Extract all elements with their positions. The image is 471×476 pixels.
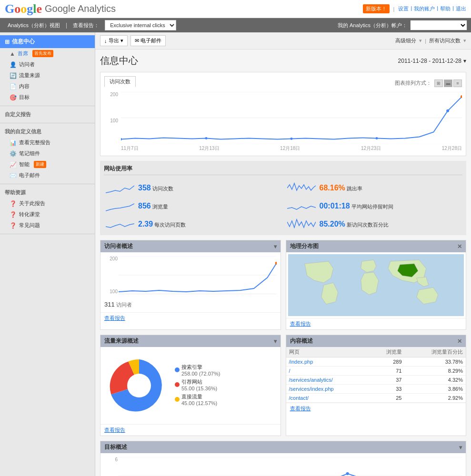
sidebar-full-report-label: 查看完整报告 <box>19 139 50 146</box>
svg-point-17 <box>346 472 349 475</box>
cell-views-4: 25 <box>369 394 404 403</box>
sidebar-custom-section: 自定义报告 <box>0 106 95 123</box>
visits-label: 访问次数 <box>152 186 173 191</box>
content-icon: 📄 <box>10 83 17 90</box>
sidebar-help-title: 帮助资源 <box>0 187 95 198</box>
logo-area: Google Google Analytics <box>5 3 116 15</box>
goal-panel-collapse[interactable]: ▾ <box>459 444 462 451</box>
sidebar-my-custom-title: 我的自定义信息 <box>0 126 95 137</box>
account-dropdown[interactable] <box>410 20 467 30</box>
svg-point-7 <box>446 109 449 112</box>
sidebar-item-visitor[interactable]: 👤 访问者 <box>0 59 95 70</box>
cell-views-3: 33 <box>369 385 404 394</box>
email-button[interactable]: ✉ 电子邮件 <box>130 35 166 46</box>
bar-view-btn[interactable]: ▬ <box>444 79 452 87</box>
new-version-badge[interactable]: 新版本！ <box>363 4 390 13</box>
pie-chart <box>108 355 170 416</box>
help-link[interactable]: 帮助 <box>440 5 451 12</box>
content-table-header-row: 网页 浏览量 浏览量百分比 <box>286 347 466 357</box>
shortcut-label: 高级细分 <box>395 37 416 44</box>
traffic-icon: 🔄 <box>10 72 17 79</box>
export-label: 导出 <box>109 37 119 44</box>
visitor-panel-header: 访问者概述 ▾ <box>100 240 281 252</box>
sidebar-item-notes[interactable]: ⚙️ 笔记细件 <box>0 148 95 159</box>
legend-referral-label: 引荐网站 55.00 (15.36%) <box>181 378 217 391</box>
export-button[interactable]: ↓ 导出 ▾ <box>100 35 128 46</box>
sidebar-item-email[interactable]: ✉️ 电子邮件 <box>0 170 95 181</box>
email-icon: ✉️ <box>10 172 17 179</box>
geo-panel-body <box>286 252 466 318</box>
world-map <box>288 254 464 316</box>
content-table-row[interactable]: / 71 8.29% <box>286 367 466 376</box>
stat-duration: 00:01:18 平均网站停留时间 <box>285 197 463 215</box>
sidebar-item-full-report[interactable]: 📊 查看完整报告 <box>0 137 95 148</box>
goal-panel-header: 目标概述 ▾ <box>100 441 466 453</box>
account-label: 我的 Analytics（分析）帐户： <box>338 22 407 29</box>
nav-analytics[interactable]: Analytics（分析）视图 <box>4 18 64 32</box>
pie-legend: 搜索引擎 258.00 (72.07%) 引荐网站 55.00 (15.36%) <box>175 364 220 408</box>
nav-profile-dropdown[interactable]: Exclusive internal clicks <box>105 20 176 30</box>
nav-view-reports[interactable]: 查看报告： <box>69 18 103 32</box>
chart-tab-visits[interactable]: 访问次数 <box>104 76 136 87</box>
sidebar-email-label: 电子邮件 <box>19 172 40 179</box>
sidebar-notes-label: 笔记细件 <box>19 150 40 157</box>
sidebar-content-label: 内容 <box>19 83 30 90</box>
sidebar-item-traffic[interactable]: 🔄 流量来源 <box>0 70 95 81</box>
goal-panel-body: 6 3 18 目标转化次数 <box>100 453 466 476</box>
geo-panel-link[interactable]: 查看报告 <box>290 321 311 327</box>
content-panel-link[interactable]: 查看报告 <box>290 406 311 411</box>
sidebar-item-about-report[interactable]: ❓ 关于此报告 <box>0 198 95 209</box>
sidebar-item-shouxi[interactable]: ▲ 首席 首先发布 <box>0 48 95 59</box>
sidebar-custom-reports-title: 自定义报告 <box>0 109 95 120</box>
sidebar-info-center-header[interactable]: ⊞ 信息中心 <box>0 35 95 48</box>
legend-search-dot <box>175 367 180 372</box>
signout-link[interactable]: 退出 <box>456 5 466 12</box>
sidebar-item-conversion[interactable]: ❓ 转化课堂 <box>0 209 95 220</box>
grid-view-btn[interactable]: ⊞ <box>434 79 443 87</box>
two-col-top: 访问者概述 ▾ 200 100 <box>100 240 466 330</box>
sidebar-badge-smart: 新建 <box>34 161 46 168</box>
content-table-row[interactable]: /services/analytics/ 37 4.32% <box>286 376 466 385</box>
content-table-row[interactable]: /services/index.php 33 3.86% <box>286 385 466 394</box>
stat-visits: 358 访问次数 <box>104 179 281 197</box>
sidebar-conversion-label: 转化课堂 <box>19 211 40 218</box>
page-header: 信息中心 2011-11-28 - 2011-12-28 ▾ <box>100 54 466 67</box>
sidebar-badge-shouxi: 首先发布 <box>32 50 53 57</box>
sidebar-main-section: ⊞ 信息中心 ▲ 首席 首先发布 👤 访问者 🔄 流量来源 📄 内容 🎯 <box>0 32 95 106</box>
legend-direct-dot <box>175 397 180 402</box>
traffic-panel-footer: 查看报告 <box>100 424 281 436</box>
content-panel-title: 内容概述 <box>290 337 313 345</box>
geo-panel-collapse[interactable]: ✕ <box>457 243 462 250</box>
content-table: 网页 浏览量 浏览量百分比 /index.php 289 33.78% / 71… <box>286 347 466 403</box>
content-table-row[interactable]: /index.php 289 33.78% <box>286 357 466 367</box>
accounts-link[interactable]: 我的账户 <box>414 5 435 12</box>
svg-point-6 <box>376 137 378 139</box>
cell-page-2: /services/analytics/ <box>286 376 370 385</box>
compare-label: 所有访问次数 <box>429 37 461 44</box>
traffic-panel-collapse[interactable]: ▾ <box>274 338 277 345</box>
content-panel-collapse[interactable]: ✕ <box>457 338 462 345</box>
sidebar-info-center-label: 信息中心 <box>12 38 35 46</box>
traffic-panel-link[interactable]: 查看报告 <box>104 427 125 433</box>
new-visits-value: 85.20% <box>320 220 345 228</box>
line-view-btn[interactable]: ≡ <box>453 79 462 87</box>
sidebar-item-faq[interactable]: ❓ 常见问题 <box>0 220 95 231</box>
sidebar-my-custom-section: 我的自定义信息 📊 查看完整报告 ⚙️ 笔记细件 📈 智能 新建 ✉️ 电子邮件 <box>0 123 95 184</box>
visitor-panel-link[interactable]: 查看报告 <box>104 315 125 321</box>
date-range-value: 2011-11-28 - 2011-12-28 <box>398 58 461 64</box>
date-range[interactable]: 2011-11-28 - 2011-12-28 ▾ <box>398 58 466 64</box>
visitor-panel-collapse[interactable]: ▾ <box>274 243 277 250</box>
settings-link[interactable]: 设置 <box>398 5 409 12</box>
legend-referral-dot <box>175 382 180 387</box>
content-area: ↓ 导出 ▾ ✉ 电子邮件 高级细分 ▾ | 所有访问次数 ▾ 信息中心 201 <box>95 32 471 476</box>
visitor-chart <box>119 256 277 294</box>
sidebar-item-smart[interactable]: 📈 智能 新建 <box>0 159 95 170</box>
pageviews-value: 856 <box>138 202 151 210</box>
x-label-5: 12月28日 <box>442 145 462 152</box>
sidebar: ⊞ 信息中心 ▲ 首席 首先发布 👤 访问者 🔄 流量来源 📄 内容 🎯 <box>0 32 95 476</box>
sidebar-item-goal[interactable]: 🎯 目标 <box>0 92 95 103</box>
pageviews-label: 浏览量 <box>152 204 168 209</box>
sidebar-item-content[interactable]: 📄 内容 <box>0 81 95 92</box>
content-table-row[interactable]: /contact/ 25 2.92% <box>286 394 466 403</box>
export-icon: ↓ <box>104 38 107 44</box>
